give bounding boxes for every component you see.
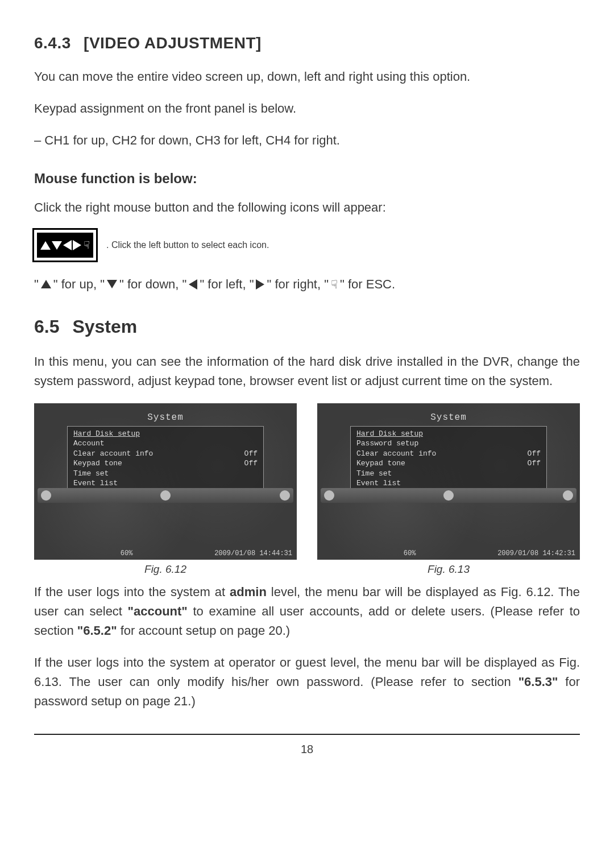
screenshot: System Hard Disk setupAccountClear accou… — [34, 403, 297, 560]
footer-timestamp: 2009/01/08 14:44:31 — [214, 549, 292, 557]
arrow-right-icon — [256, 279, 264, 290]
menu-label: Event list — [73, 478, 118, 489]
menu-label: Password setup — [356, 439, 418, 449]
text-bold: admin — [230, 585, 267, 599]
subheading-mouse: Mouse function is below: — [34, 171, 580, 187]
menu-row: Clear account infoOff — [73, 449, 258, 459]
menu-row: Account — [73, 439, 258, 449]
footer-timestamp: 2009/01/08 14:42:31 — [497, 549, 575, 557]
hand-icon: ☟ — [84, 240, 90, 250]
menu-row: Clear account infoOff — [356, 449, 541, 459]
screenshot: System Hard Disk setupPassword setupClea… — [317, 403, 580, 560]
menu-row: Event list — [73, 478, 258, 489]
control-icon — [280, 490, 290, 501]
menu-row: Hard Disk setup — [73, 429, 258, 439]
footer-center: 60% — [121, 549, 133, 557]
page-number: 18 — [34, 743, 580, 756]
menu-label: Keypad tone — [73, 458, 122, 469]
menu-value: Off — [244, 449, 258, 459]
menu-row: Time set — [73, 469, 258, 479]
text-bold: "6.5.2" — [77, 623, 117, 638]
heading-number: 6.4.3 — [34, 34, 71, 52]
heading-6-4-3: 6.4.3 [VIDEO ADJUSTMENT] — [34, 34, 580, 52]
direction-legend: " " for up, " " for down, " " for left, … — [34, 274, 580, 294]
menu-row: Keypad toneOff — [73, 458, 258, 469]
iconbar-row: ☟ . Click the left button to select each… — [34, 230, 580, 261]
iconbar-hint: . Click the left button to select each i… — [106, 240, 269, 250]
arrow-up-icon — [40, 241, 51, 250]
control-icon — [443, 490, 454, 501]
divider — [34, 734, 580, 735]
menu-row: Keypad toneOff — [356, 458, 541, 469]
screenshot-title: System — [34, 412, 297, 423]
direction-iconbar: ☟ — [34, 230, 96, 261]
paragraph-admin: If the user logs into the system at admi… — [34, 582, 580, 640]
figure-caption: Fig. 6.12 — [34, 563, 297, 576]
paragraph-guest: If the user logs into the system at oper… — [34, 653, 580, 711]
menu-row: Time set — [356, 469, 541, 479]
control-icon — [41, 490, 51, 501]
heading-title: System — [72, 316, 137, 337]
paragraph: You can move the entire video screen up,… — [34, 67, 580, 86]
paragraph: Click the right mouse button and the fol… — [34, 198, 580, 217]
menu-label: Clear account info — [356, 449, 436, 459]
figure-6-12: System Hard Disk setupAccountClear accou… — [34, 403, 297, 576]
footer-center: 60% — [404, 549, 416, 557]
text: " for down, " — [119, 274, 186, 294]
screenshot-title: System — [317, 412, 580, 423]
arrow-right-icon — [73, 240, 81, 250]
figure-caption: Fig. 6.13 — [317, 563, 580, 576]
control-icon — [324, 490, 334, 501]
menu-label: Hard Disk setup — [73, 429, 140, 439]
text: " for ESC. — [340, 274, 395, 294]
text: " for up, " — [53, 274, 105, 294]
arrow-left-icon — [63, 240, 72, 250]
menu-value: Off — [528, 449, 541, 459]
menu-label: Keypad tone — [356, 458, 405, 469]
menu-row: Event list — [356, 478, 541, 489]
heading-6-5: 6.5 System — [34, 316, 580, 337]
text: for account setup on page 20.) — [117, 623, 291, 638]
menu-label: Account — [73, 439, 105, 449]
menu-label: Time set — [356, 469, 392, 479]
text-bold: "6.5.3" — [518, 675, 558, 689]
menu-value: Off — [528, 458, 541, 469]
figure-6-13: System Hard Disk setupPassword setupClea… — [317, 403, 580, 576]
menu-row: Hard Disk setup — [356, 429, 541, 439]
arrow-down-icon — [52, 241, 62, 250]
text: If the user logs into the system at — [34, 585, 230, 599]
hand-icon: ☟ — [331, 275, 338, 294]
text-bold: "account" — [128, 604, 188, 618]
heading-title: [VIDEO ADJUSTMENT] — [84, 34, 262, 52]
text: If the user logs into the system at oper… — [34, 655, 580, 689]
menu-label: Time set — [73, 469, 109, 479]
paragraph: In this menu, you can see the informatio… — [34, 352, 580, 391]
menu-label: Clear account info — [73, 449, 153, 459]
screenshot-controlbar — [321, 488, 576, 503]
screenshot-controlbar — [38, 488, 293, 503]
arrow-down-icon — [107, 280, 117, 288]
menu-value: Off — [244, 458, 258, 469]
menu-label: Event list — [356, 478, 401, 489]
text: " — [34, 274, 39, 294]
text: " for left, " — [200, 274, 254, 294]
screenshot-footer: 60% 2009/01/08 14:42:31 — [322, 549, 575, 557]
paragraph: Keypad assignment on the front panel is … — [34, 99, 580, 118]
screenshot-footer: 60% 2009/01/08 14:44:31 — [39, 549, 292, 557]
figure-row: System Hard Disk setupAccountClear accou… — [34, 403, 580, 576]
menu-row: Password setup — [356, 439, 541, 449]
arrow-left-icon — [189, 279, 197, 290]
control-icon — [160, 490, 171, 501]
paragraph: – CH1 for up, CH2 for down, CH3 for left… — [34, 131, 580, 150]
text: " for right, " — [267, 274, 329, 294]
menu-label: Hard Disk setup — [356, 429, 423, 439]
arrow-up-icon — [41, 280, 51, 288]
control-icon — [563, 490, 573, 501]
heading-number: 6.5 — [34, 316, 59, 337]
